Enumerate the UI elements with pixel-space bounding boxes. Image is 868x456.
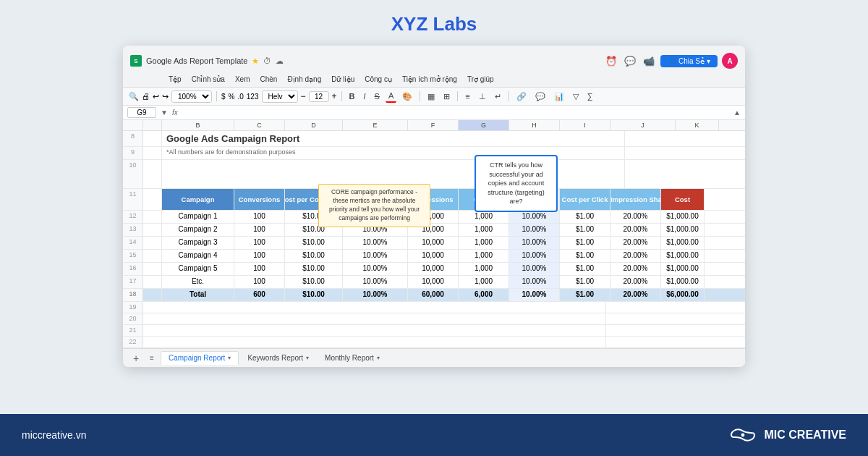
- menu-view[interactable]: Xem: [233, 75, 252, 84]
- cell-impressions-4[interactable]: 10,000: [408, 263, 459, 275]
- cell-a18[interactable]: [143, 289, 162, 301]
- header-cost[interactable]: Cost: [661, 189, 705, 210]
- cell-clicks-2[interactable]: 1,000: [459, 237, 509, 249]
- cell-a17[interactable]: [143, 276, 162, 288]
- header-impression-share[interactable]: % Impression Share: [610, 189, 661, 210]
- bold-button[interactable]: B: [346, 90, 358, 102]
- cell-conv-3[interactable]: 100: [234, 250, 285, 262]
- cell-ctr-1[interactable]: 10.00%: [509, 224, 560, 236]
- cell-cost-click-0[interactable]: $1.00: [560, 211, 610, 223]
- cell-ctr-4[interactable]: 10.00%: [509, 263, 560, 275]
- header-campaign[interactable]: Campaign: [162, 189, 234, 210]
- cell-a13[interactable]: [143, 224, 162, 236]
- zoom-selector[interactable]: 100%: [171, 90, 212, 103]
- header-conversions[interactable]: Conversions: [234, 189, 285, 210]
- cell-clicks-5[interactable]: 1,000: [459, 276, 509, 288]
- cell-impressions-5[interactable]: 10,000: [408, 276, 459, 288]
- cell-imp-share-1[interactable]: 20.00%: [610, 224, 661, 236]
- cell-a8[interactable]: [143, 131, 162, 146]
- filter-button[interactable]: ▽: [570, 90, 582, 103]
- menu-insert[interactable]: Chèn: [258, 75, 279, 84]
- cell-campaign-0[interactable]: Campaign 1: [162, 211, 234, 223]
- formula-collapse-icon[interactable]: ▲: [733, 109, 741, 117]
- cell-imp-share-4[interactable]: 20.00%: [610, 263, 661, 275]
- cell-campaign-3[interactable]: Campaign 4: [162, 250, 234, 262]
- cell-conv-1[interactable]: 100: [234, 224, 285, 236]
- col-header-e[interactable]: E: [343, 120, 408, 130]
- valign-button[interactable]: ⊥: [476, 90, 489, 103]
- cell-campaign-5[interactable]: Etc.: [162, 276, 234, 288]
- avatar[interactable]: A: [722, 53, 738, 69]
- col-header-b[interactable]: B: [162, 120, 234, 130]
- font-increase[interactable]: +: [332, 91, 337, 101]
- cell-cost-4[interactable]: $1,000.00: [661, 263, 705, 275]
- menu-data[interactable]: Dữ liệu: [329, 75, 357, 84]
- cell-cost-click-3[interactable]: $1.00: [560, 250, 610, 262]
- menu-tools[interactable]: Công cụ: [362, 75, 394, 84]
- cell-a11[interactable]: [143, 189, 162, 210]
- cell-cost-click-5[interactable]: $1.00: [560, 276, 610, 288]
- cell-clicks-1[interactable]: 1,000: [459, 224, 509, 236]
- cell-21[interactable]: [143, 325, 606, 336]
- cell-campaign-2[interactable]: Campaign 3: [162, 237, 234, 249]
- cell-conv-2[interactable]: 100: [234, 237, 285, 249]
- cell-cost-click-1[interactable]: $1.00: [560, 224, 610, 236]
- formula-input[interactable]: [182, 108, 729, 117]
- cell-a16[interactable]: [143, 263, 162, 275]
- cell-conv-4[interactable]: 100: [234, 263, 285, 275]
- recent-icon[interactable]: ⏱: [263, 56, 271, 65]
- cell-cost-conv-3[interactable]: $10.00: [285, 250, 343, 262]
- cell-a10[interactable]: [143, 160, 162, 188]
- cell-campaign-4[interactable]: Campaign 5: [162, 263, 234, 275]
- formula-button[interactable]: ∑: [584, 90, 596, 102]
- menu-file[interactable]: Tệp: [166, 75, 184, 84]
- font-size-input[interactable]: [309, 91, 329, 102]
- cell-cost-conv-4[interactable]: $10.00: [285, 263, 343, 275]
- text-color-button[interactable]: A: [386, 90, 396, 103]
- cell-impressions-2[interactable]: 10,000: [408, 237, 459, 249]
- cell-campaign-1[interactable]: Campaign 2: [162, 224, 234, 236]
- cell-cost-conv-2[interactable]: $10.00: [285, 237, 343, 249]
- cell-conv-rate-5[interactable]: 10.00%: [343, 276, 408, 288]
- cell-ctr-2[interactable]: 10.00%: [509, 237, 560, 249]
- font-decrease[interactable]: −: [301, 91, 306, 101]
- cell-imp-share-0[interactable]: 20.00%: [610, 211, 661, 223]
- cell-a9[interactable]: [143, 147, 162, 159]
- tab-monthly-arrow[interactable]: ▾: [377, 355, 380, 361]
- col-header-d[interactable]: D: [285, 120, 343, 130]
- col-header-i[interactable]: I: [560, 120, 610, 130]
- cell-imp-share-5[interactable]: 20.00%: [610, 276, 661, 288]
- cell-cost-click-2[interactable]: $1.00: [560, 237, 610, 249]
- cell-cost-1[interactable]: $1,000.00: [661, 224, 705, 236]
- cell-19[interactable]: [143, 302, 606, 313]
- cell-clicks-0[interactable]: 1,000: [459, 211, 509, 223]
- menu-help[interactable]: Trợ giúp: [465, 75, 496, 84]
- undo-icon[interactable]: ↩: [153, 92, 159, 101]
- tab-keywords-report[interactable]: Keywords Report ▾: [240, 352, 316, 364]
- col-header-g[interactable]: G: [459, 120, 509, 130]
- cell-a14[interactable]: [143, 237, 162, 249]
- col-header-h[interactable]: H: [509, 120, 560, 130]
- menu-format[interactable]: Định dạng: [285, 75, 323, 84]
- cell-clicks-4[interactable]: 1,000: [459, 263, 509, 275]
- cell-cost-5[interactable]: $1,000.00: [661, 276, 705, 288]
- tab-monthly-report[interactable]: Monthly Report ▾: [318, 352, 387, 364]
- cell-conv-5[interactable]: 100: [234, 276, 285, 288]
- font-selector[interactable]: Helvet...: [262, 90, 298, 103]
- merge-button[interactable]: ⊞: [441, 90, 453, 103]
- menu-edit[interactable]: Chỉnh sửa: [190, 75, 227, 84]
- col-header-k[interactable]: K: [676, 120, 719, 130]
- cell-cost-conv-5[interactable]: $10.00: [285, 276, 343, 288]
- header-cost-click[interactable]: Cost per Click: [560, 189, 610, 210]
- cell-conv-rate-4[interactable]: 10.00%: [343, 263, 408, 275]
- cell-impressions-3[interactable]: 10,000: [408, 250, 459, 262]
- tab-campaign-report[interactable]: Campaign Report ▾: [161, 351, 239, 365]
- cell-conv-rate-3[interactable]: 10.00%: [343, 250, 408, 262]
- search-icon[interactable]: 🔍: [129, 92, 139, 101]
- cell-conv-0[interactable]: 100: [234, 211, 285, 223]
- sheet-list-button[interactable]: ≡: [145, 351, 159, 366]
- cell-cost-2[interactable]: $1,000.00: [661, 237, 705, 249]
- border-button[interactable]: ▦: [425, 90, 438, 103]
- wrap-button[interactable]: ↵: [492, 90, 504, 103]
- col-header-a[interactable]: [143, 120, 162, 130]
